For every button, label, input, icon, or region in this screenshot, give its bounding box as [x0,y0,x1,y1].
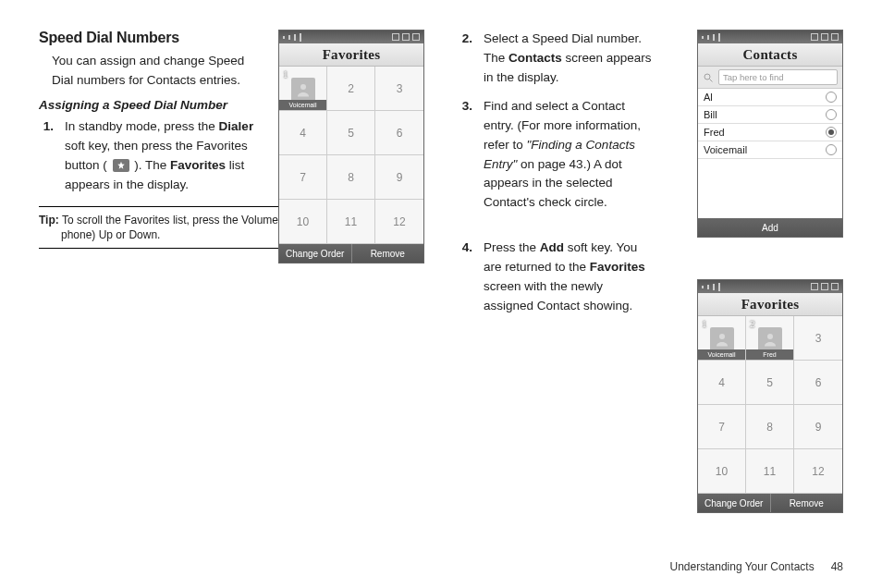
favorites-slot-9[interactable]: 9 [794,405,842,449]
favorites-slot-10[interactable]: 10 [279,200,327,244]
step-body: Press the Add soft key. You are returned… [484,239,652,316]
svg-point-1 [704,74,710,80]
softkey-remove[interactable]: Remove [770,494,843,512]
svg-point-4 [767,334,773,339]
favorites-slot-6[interactable]: 6 [794,361,842,405]
contact-row[interactable]: Al [698,89,842,106]
phone-favorites-screenshot: Favorites 1 Voicemail 2 3 4 5 6 7 8 9 10… [278,30,424,263]
radio-icon-selected[interactable] [826,127,837,138]
step-body: In standby mode, press the Dialer soft k… [65,117,270,195]
favorites-slot-4[interactable]: 4 [698,361,746,405]
phone-title: Contacts [698,43,842,67]
slot-number: 2 [348,82,354,95]
radio-icon[interactable] [826,144,837,155]
section-subtitle: Assigning a Speed Dial Number [39,98,270,112]
phone-status-bar [698,31,842,43]
page-footer: Understanding Your Contacts 48 [670,560,843,573]
contact-name: Al [704,92,713,103]
step-4: 4. Press the Add soft key. You are retur… [458,239,652,316]
phone-title: Favorites [279,43,423,67]
softkey-bar: Change Order Remove [698,494,842,512]
contact-row[interactable]: Bill [698,106,842,124]
slot-label: Voicemail [279,100,326,110]
softkey-add[interactable]: Add [698,218,842,237]
favorites-slot-12[interactable]: 12 [794,449,842,494]
favorites-slot-7[interactable]: 7 [698,405,746,449]
contact-name: Bill [704,109,717,120]
step-body: Find and select a Contact entry. (For mo… [484,97,652,214]
favorites-slot-12[interactable]: 12 [375,200,423,244]
slot-number: 8 [348,171,354,184]
search-input[interactable]: Tap here to find [718,69,838,85]
contact-row[interactable]: Fred [698,124,842,141]
svg-point-0 [300,84,306,90]
step-body: Select a Speed Dial number. The Contacts… [484,30,652,88]
favorites-grid: 1 Voicemail 2 3 4 5 6 7 8 9 10 11 12 [279,67,423,244]
favorites-slot-6[interactable]: 6 [375,111,423,155]
bold-text: Favorites [170,158,226,172]
favorites-slot-4[interactable]: 4 [279,111,327,155]
favorites-slot-3[interactable]: 3 [375,67,423,111]
step-3: 3. Find and select a Contact entry. (For… [458,97,652,214]
radio-icon[interactable] [826,92,837,103]
phone-contacts-screenshot: Contacts Tap here to find Al Bill Fred V… [697,30,843,238]
slot-number: 9 [815,421,822,434]
bold-text: Favorites [590,260,645,274]
slot-label: Fred [746,349,793,360]
slot-number: 10 [716,465,728,478]
slot-number: 9 [397,171,403,184]
avatar-icon [710,327,734,351]
favorites-slot-11[interactable]: 11 [746,449,794,494]
softkey-bar: Change Order Remove [279,244,423,263]
search-row: Tap here to find [698,67,842,89]
favorites-slot-7[interactable]: 7 [279,155,327,200]
favorites-slot-3[interactable]: 3 [794,316,842,361]
favorites-slot-9[interactable]: 9 [375,155,423,200]
slot-number: 11 [345,215,357,228]
slot-number: 12 [393,215,405,228]
softkey-bar: Add [698,218,842,237]
favorites-slot-2[interactable]: 2 [327,67,375,111]
softkey-change-order[interactable]: Change Order [698,494,770,512]
favorites-slot-1[interactable]: 1 Voicemail [698,316,746,361]
favorites-slot-5[interactable]: 5 [327,111,375,155]
tip-label: Tip: [39,214,59,227]
step-number: 3. [458,97,472,214]
phone-status-bar [698,280,842,293]
phone-status-bar [279,31,423,43]
contact-list: Al Bill Fred Voicemail [698,89,842,218]
slot-number: 2 [750,318,755,329]
favorites-slot-11[interactable]: 11 [327,200,375,244]
softkey-change-order[interactable]: Change Order [279,244,351,263]
slot-number: 12 [812,465,824,478]
section-title: Speed Dial Numbers [39,30,270,46]
softkey-remove[interactable]: Remove [351,244,424,263]
slot-number: 8 [766,421,773,434]
bold-text: Add [540,240,564,254]
avatar-icon [291,78,315,102]
slot-number: 4 [718,376,725,389]
favorites-slot-2[interactable]: 2 Fred [746,316,794,361]
favorites-slot-8[interactable]: 8 [746,405,794,449]
step-number: 1. [39,117,54,195]
section-intro: You can assign and change Speed Dial num… [52,52,269,91]
contact-row[interactable]: Voicemail [698,141,842,159]
favorites-slot-5[interactable]: 5 [746,361,794,405]
bold-text: Contacts [508,51,562,65]
slot-number: 7 [300,171,306,184]
radio-icon[interactable] [826,109,837,120]
footer-page-number: 48 [831,560,843,573]
favorites-slot-8[interactable]: 8 [327,155,375,200]
contact-name: Fred [704,127,725,138]
favorites-slot-1[interactable]: 1 Voicemail [279,67,327,111]
avatar-icon [758,327,782,351]
slot-number: 3 [397,82,403,95]
phone-favorites2-screenshot: Favorites 1 Voicemail 2 Fred 3 4 5 6 7 8 [697,279,843,513]
svg-point-3 [719,334,725,339]
text: screen with the newly assigned Contact s… [484,279,632,312]
slot-number: 6 [397,127,403,140]
favorites-slot-10[interactable]: 10 [698,449,746,494]
star-icon [113,159,129,172]
svg-line-2 [710,79,713,81]
slot-number: 1 [702,318,707,329]
